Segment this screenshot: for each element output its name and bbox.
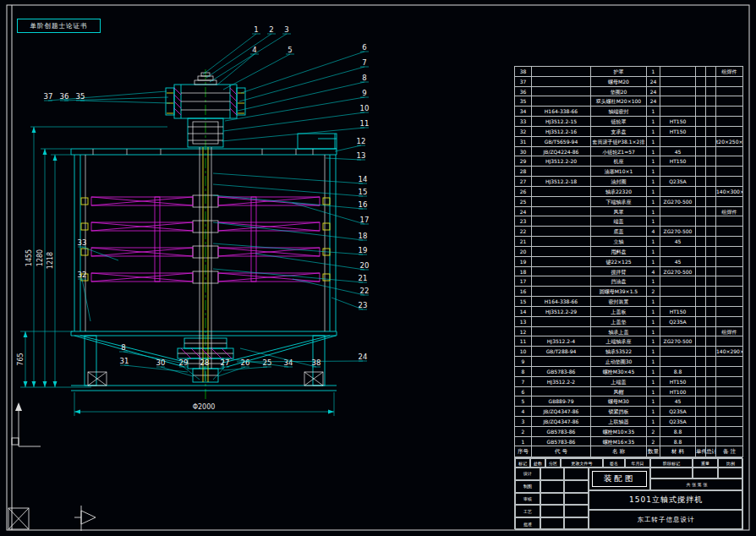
parts-row: 27HJ3512.2-18油封圈1Q235A: [515, 177, 743, 187]
north-arrow-icon: [74, 506, 96, 531]
callout-number-8: 8: [121, 343, 125, 352]
parts-cell: [696, 77, 706, 87]
leader-line: [82, 279, 90, 321]
parts-cell: [716, 167, 743, 177]
parts-cell: 2: [647, 287, 660, 297]
parts-cell: ZG270-500: [660, 336, 696, 347]
parts-row: 38护罩1组焊件: [515, 67, 743, 77]
callout-number-19: 19: [359, 246, 368, 254]
sig-label-design: 设计: [515, 468, 540, 480]
parts-cell: [706, 156, 716, 167]
parts-header-cell: 名 称: [591, 446, 647, 457]
parts-cell: 1: [647, 407, 660, 417]
parts-row: 35双头螺柱M20×10024: [515, 96, 743, 107]
dimension-text: 765: [17, 353, 25, 365]
parts-cell: 15: [515, 297, 532, 307]
parts-cell: [532, 317, 591, 327]
parts-cell: [660, 107, 696, 117]
parts-cell: 37: [515, 77, 532, 87]
parts-cell: 4: [647, 267, 660, 277]
callout-number-14: 14: [359, 175, 368, 183]
parts-cell: [532, 216, 591, 227]
parts-cell: GB5783-86: [532, 427, 591, 437]
parts-cell: 1: [647, 417, 660, 427]
callout-number-9: 9: [362, 89, 366, 97]
parts-cell: [706, 437, 716, 447]
parts-cell: 1: [647, 276, 660, 287]
dimension-text: 1455: [25, 249, 33, 266]
parts-cell: [532, 187, 591, 197]
parts-cell: 端盖: [591, 216, 647, 227]
date-cell: [564, 480, 589, 493]
parts-cell: 轴承53522: [591, 347, 647, 357]
callout-number-27: 27: [221, 358, 230, 367]
parts-cell: 4: [515, 407, 532, 417]
sig-cell: [540, 468, 564, 480]
parts-cell: [696, 187, 706, 197]
parts-cell: HJ3512.2-16: [532, 127, 591, 137]
weight-header: 重量: [693, 458, 718, 468]
callout-number-30: 30: [156, 358, 166, 367]
parts-cell: [716, 77, 743, 87]
leader-line: [238, 82, 364, 111]
parts-cell: [716, 307, 743, 317]
parts-cell: 链轮罩: [591, 117, 647, 127]
parts-cell: 1: [647, 156, 660, 167]
parts-cell: [706, 216, 716, 227]
parts-cell: ZG270-500: [660, 227, 696, 237]
callout-number-22: 22: [360, 287, 370, 295]
callout-number-37: 37: [44, 92, 53, 101]
parts-cell: [696, 216, 706, 227]
parts-cell: 风罩: [591, 207, 647, 217]
parts-cell: [706, 267, 716, 277]
leader-line: [80, 101, 170, 103]
parts-cell: 16: [515, 287, 532, 297]
parts-cell: [706, 297, 716, 307]
parts-cell: [706, 207, 716, 217]
parts-cell: 1: [647, 357, 660, 367]
parts-cell: H164-338-66: [532, 297, 591, 307]
parts-cell: t20×250×78: [716, 137, 743, 147]
callout-number-28: 28: [200, 358, 210, 367]
parts-cell: 2: [647, 437, 660, 447]
callout-number-12: 12: [357, 137, 366, 145]
sig-cell: [540, 493, 564, 506]
parts-cell: 1: [647, 397, 660, 407]
parts-cell: 螺栓M10×35: [591, 427, 647, 437]
parts-cell: [706, 237, 716, 247]
ucs-arrow-icon: [12, 402, 41, 446]
parts-cell: HT150: [660, 117, 696, 127]
parts-cell: HJ3512.2-15: [532, 117, 591, 127]
parts-cell: 1: [647, 327, 660, 337]
parts-cell: [660, 187, 696, 197]
parts-row: 19键22×125145: [515, 257, 743, 267]
cad-sheet[interactable]: 1234567891011121314151617181920212223243…: [0, 0, 756, 536]
parts-cell: [696, 427, 706, 437]
parts-cell: 双头螺柱M20×100: [591, 96, 647, 107]
parts-cell: [716, 276, 743, 287]
leader-line: [335, 145, 361, 151]
parts-cell: 45: [660, 237, 696, 247]
date-cell: [564, 493, 589, 506]
parts-row: 31GB/T5659-94套筒滚子链P38.1×2排1t20×250×78: [515, 137, 743, 147]
parts-cell: [532, 77, 591, 87]
sig-label-draw: 制图: [515, 480, 540, 493]
parts-cell: [696, 117, 706, 127]
parts-cell: HT100: [660, 387, 696, 397]
parts-cell: 4: [647, 227, 660, 237]
parts-cell: [696, 276, 706, 287]
parts-cell: 33: [515, 117, 532, 127]
parts-cell: [706, 187, 716, 197]
parts-cell: [660, 137, 696, 147]
parts-cell: [532, 357, 591, 367]
parts-cell: [696, 327, 706, 337]
dimension-text: 1218: [47, 252, 54, 269]
parts-cell: [716, 387, 743, 397]
parts-cell: [532, 247, 591, 257]
parts-cell: [716, 437, 743, 447]
parts-cell: [706, 257, 716, 267]
sig-label-process: 工艺: [515, 505, 540, 517]
rev-header-docno: 更改文件号: [561, 458, 603, 468]
parts-cell: [696, 227, 706, 237]
parts-cell: [696, 367, 706, 377]
